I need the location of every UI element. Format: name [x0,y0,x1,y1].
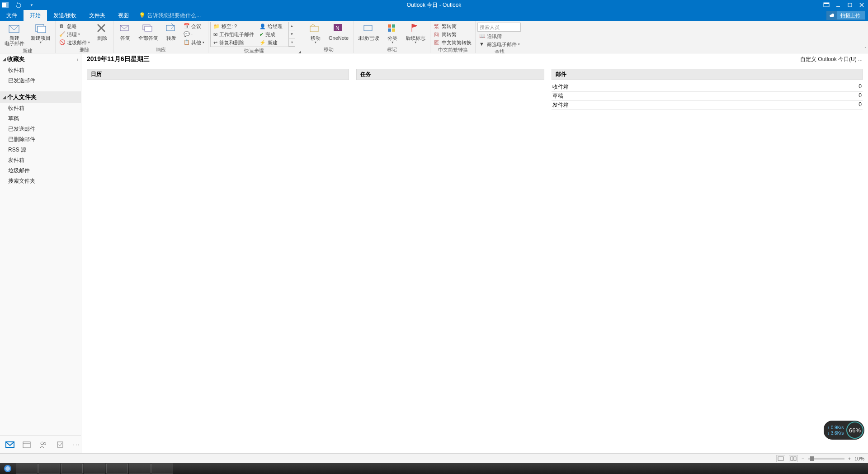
ribbon-group-new: 新建 电子邮件 新建项目 ▼ 新建 [0,21,56,53]
trad-to-simp-button[interactable]: 繁繁转简 [432,23,473,30]
zoom-slider[interactable] [808,458,844,460]
collapse-ribbon[interactable]: ˆ [865,47,866,52]
new-items-label: 新建项目 [31,35,51,41]
folder-drafts[interactable]: 草稿 [0,114,81,124]
collapse-sidebar-icon[interactable]: ‹ [77,57,78,62]
unread-button[interactable]: 未读/已读 [355,22,382,42]
qs-create[interactable]: ⚡新建 [257,38,288,47]
filter-email-button[interactable]: ▼筛选电子邮件▾ [477,41,522,48]
nav-calendar-icon[interactable] [23,440,31,449]
new-email-label: 新建 电子邮件 [5,35,24,46]
categorize-button[interactable]: 分类▼ [383,22,402,45]
view-reading-button[interactable] [789,455,798,462]
nav-people-icon[interactable] [39,440,48,449]
address-book-button[interactable]: 📖通讯簿 [477,33,522,40]
clean-button[interactable]: 🧹清理▾ [57,31,92,38]
svg-point-9 [831,14,834,16]
junk-button[interactable]: 🚫垃圾邮件▾ [57,39,92,46]
zoom-in[interactable]: + [848,456,851,461]
meeting-button[interactable]: 📅会议 [182,23,206,30]
nav-tasks-icon[interactable] [56,440,65,449]
nav-more-icon[interactable]: ··· [72,440,81,449]
network-widget[interactable]: ↑ 0.9K/s ↓ 3.6K/s 66% [824,421,864,440]
customize-outlook-today[interactable]: 自定义 Outlook 今日(U) ... [800,56,863,63]
fav-inbox[interactable]: 收件箱 [0,65,81,76]
taskbar-item[interactable] [38,464,60,474]
im-button[interactable]: 💬· [182,31,206,38]
fav-sent[interactable]: 已发送邮件 [0,76,81,86]
folder-rss[interactable]: RSS 源 [0,145,81,155]
taskbar-item[interactable] [106,464,128,474]
move-button[interactable]: 移动▼ [306,22,325,45]
forward-button[interactable]: 转发 [162,22,181,42]
ribbon-group-delete: 🗑忽略 🧹清理▾ 🚫垃圾邮件▾ 删除 删除 [56,21,114,53]
net-down: ↓ 3.6K/s [827,431,844,436]
zoom-out[interactable]: − [802,456,804,461]
new-items-button[interactable]: 新建项目 ▼ [28,22,53,45]
simp-to-trad-button[interactable]: 簡简转繁 [432,31,473,38]
folder-search[interactable]: 搜索文件夹 [0,176,81,186]
folder-sent[interactable]: 已发送邮件 [0,124,81,134]
chinese-convert-button[interactable]: 匝中文简繁转换 [432,39,473,46]
taskbar-item[interactable] [61,464,83,474]
ribbon-group-find: 搜索人员 📖通讯簿 ▼筛选电子邮件▾ 查找 [476,21,524,53]
ignore-button[interactable]: 🗑忽略 [57,23,92,30]
folder-deleted[interactable]: 已删除邮件 [0,134,81,145]
ribbon-display-options[interactable] [821,0,832,9]
onenote-button[interactable]: N OneNote [326,22,351,42]
check-icon: ✔ [259,32,264,38]
tab-home[interactable]: 开始 [24,10,47,21]
maximize-button[interactable] [844,0,855,9]
start-button[interactable] [0,463,15,474]
tab-view[interactable]: 视图 [112,10,135,21]
tab-send-receive[interactable]: 发送/接收 [47,10,83,21]
folder-outbox[interactable]: 发件箱 [0,155,81,166]
folder-junk[interactable]: 垃圾邮件 [0,166,81,176]
mail-row-outbox[interactable]: 发件箱0 [552,101,863,110]
svg-point-31 [44,442,46,445]
search-people-input[interactable]: 搜索人员 [477,23,521,32]
folder-inbox[interactable]: 收件箱 [0,103,81,114]
tab-file[interactable]: 文件 [0,10,24,21]
svg-rect-32 [57,442,63,447]
followup-button[interactable]: 后续标志▼ [403,22,428,45]
taskbar-item[interactable] [151,464,173,474]
delete-icon [96,23,108,34]
tell-me-placeholder: 告诉我您想要做什么... [147,12,201,19]
quick-steps-gallery[interactable]: 📁移至: ? ✉工作组电子邮件 ↩答复和删除 👤给经理 ✔完成 ⚡新建 ▲▼▾ [210,22,295,47]
taskbar-item[interactable] [16,464,38,474]
qs-done[interactable]: ✔完成 [257,30,288,38]
mail-row-inbox[interactable]: 收件箱0 [552,83,863,92]
nav-mail-icon[interactable] [5,440,14,449]
more-respond-button[interactable]: 📋其他▾ [182,39,206,46]
svg-point-37 [5,466,10,471]
minimize-button[interactable] [833,0,844,9]
svg-rect-23 [388,24,391,28]
view-normal-button[interactable] [776,455,785,462]
taskbar-item[interactable] [129,464,151,474]
qs-scroll[interactable]: ▲▼▾ [288,22,295,47]
windows-taskbar [0,463,868,474]
reply-button[interactable]: 答复 [116,22,135,42]
tell-me-search[interactable]: 💡 告诉我您想要做什么... [139,10,201,21]
mail-row-drafts[interactable]: 草稿0 [552,92,863,101]
personal-folders-header[interactable]: ◢ 个人文件夹 [0,91,81,103]
qs-move-to[interactable]: 📁移至: ? [211,22,257,30]
undo-button[interactable] [13,0,24,9]
qs-to-manager[interactable]: 👤给经理 [257,22,288,30]
close-button[interactable] [856,0,867,9]
taskbar-item[interactable] [84,464,105,474]
qat-dropdown[interactable]: ▼ [26,0,37,9]
qs-reply-delete[interactable]: ↩答复和删除 [211,38,257,47]
reply-all-button[interactable]: 全部答复 [136,22,161,42]
tasks-panel-header: 任务 [356,69,544,80]
move-icon [309,23,322,34]
delete-button[interactable]: 删除 [93,22,112,42]
favorites-header[interactable]: ◢ 收藏夹 ‹ [0,53,81,65]
new-email-button[interactable]: 新建 电子邮件 [2,22,27,47]
tab-folder[interactable]: 文件夹 [83,10,112,21]
svg-rect-17 [145,26,152,31]
upload-label: 拍摄上传 [840,12,860,19]
qs-team-email[interactable]: ✉工作组电子邮件 [211,30,257,38]
upload-button[interactable]: 拍摄上传 [826,11,865,20]
